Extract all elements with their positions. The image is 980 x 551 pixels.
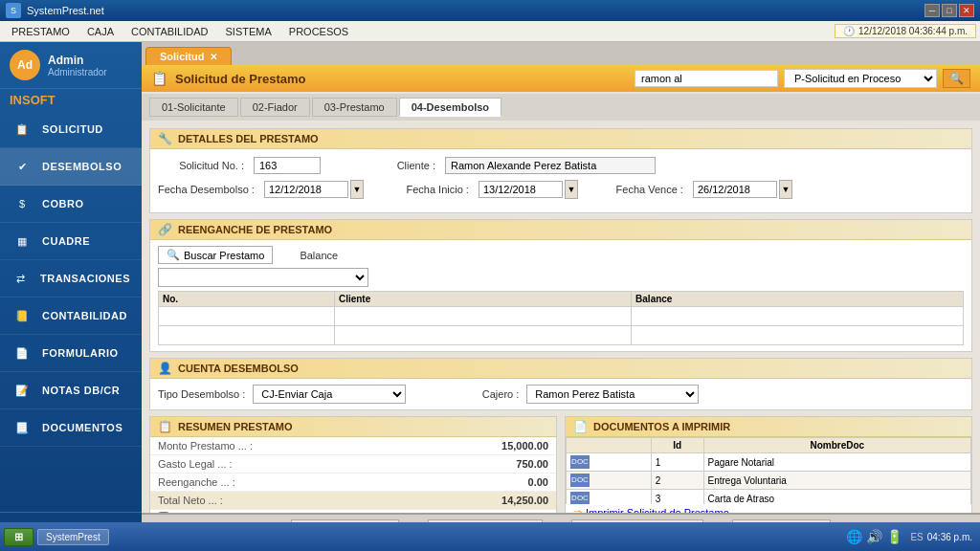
sidebar-item-label: TRANSACIONES xyxy=(40,273,130,284)
menu-prestamo[interactable]: PRESTAMO xyxy=(4,24,78,39)
detalles-icon: 🔧 xyxy=(158,132,172,145)
menu-procesos[interactable]: PROCESOS xyxy=(281,24,356,39)
form-area: 🔧 DETALLES DEL PRESTAMO Solicitud No. : … xyxy=(142,121,980,513)
fecha-vence-label: Fecha Vence : xyxy=(597,184,683,195)
sidebar-item-cobro[interactable]: $ COBRO xyxy=(0,186,142,223)
buscar-label: Buscar Prestamo xyxy=(184,250,264,261)
cliente-label: Cliente : xyxy=(349,160,435,171)
fecha-inicio-dropdown[interactable]: ▼ xyxy=(565,180,578,199)
taskbar-icon-2[interactable]: 🔊 xyxy=(866,529,882,544)
documentos-title-bar: 📄 DOCUMENTOS A IMPRIMIR xyxy=(566,417,971,437)
buscar-prestamo-button[interactable]: 🔍 Buscar Prestamo xyxy=(158,246,273,264)
sidebar: Ad Admin Administrador INSOFT 📋 SOLICITU… xyxy=(0,42,142,551)
cuenta-title-bar: 👤 CUENTA DESEMBOLSO xyxy=(150,359,971,379)
taskbar-icon-3[interactable]: 🔋 xyxy=(886,529,902,544)
doc-id-1: 1 xyxy=(651,453,703,472)
tab-prestamo[interactable]: 03-Prestamo xyxy=(312,98,397,117)
solicitud-label: Solicitud No. : xyxy=(158,160,244,171)
doc-icon-2: DOC xyxy=(570,474,590,487)
transaciones-icon: ⇄ xyxy=(11,268,31,289)
avatar: Ad xyxy=(10,50,40,80)
sidebar-item-transaciones[interactable]: ⇄ TRANSACIONES xyxy=(0,260,142,298)
sidebar-item-contabilidad[interactable]: 📒 CONTABILIDAD xyxy=(0,298,142,335)
cuadre-icon: ▦ xyxy=(11,231,33,252)
table-row: DOC 3 Carta de Atraso xyxy=(567,490,971,505)
resumen-row-monto: Monto Prestamo ... : 15,000.00 xyxy=(150,437,556,455)
start-button[interactable]: ⊞ xyxy=(4,528,33,546)
resumen-row-reenganche: Reenganche ... : 0.00 xyxy=(150,474,556,492)
sidebar-item-label: CUADRE xyxy=(42,235,90,247)
print-link-solicitud[interactable]: ⇒ Imprimir Solicitud de Prestamo xyxy=(566,504,971,513)
sidebar-header: Ad Admin Administrador xyxy=(0,42,142,89)
sidebar-item-formulario[interactable]: 📄 FORMULARIO xyxy=(0,335,142,372)
title-bar: S SystemPrest.net ─ □ ✕ xyxy=(0,0,980,21)
doc-nombre-3: Carta de Atraso xyxy=(703,490,970,505)
panel-search: P-Solicitud en Proceso 🔍 xyxy=(635,69,970,88)
search-icon: 🔍 xyxy=(167,249,180,261)
menu-caja[interactable]: CAJA xyxy=(79,24,122,39)
tab-solicitante[interactable]: 01-Solicitante xyxy=(149,98,238,117)
sidebar-item-label: NOTAS DB/CR xyxy=(42,385,120,396)
documentos-icon: 📃 xyxy=(11,417,33,438)
sidebar-item-notas[interactable]: 📝 NOTAS DB/CR xyxy=(0,372,142,409)
sidebar-nav: 📋 SOLICITUD ✔ DESEMBOLSO $ COBRO ▦ CUADR… xyxy=(0,111,142,512)
reenganche-dropdown-row xyxy=(158,268,964,287)
sidebar-item-documentos[interactable]: 📃 DOCUMENTOS xyxy=(0,409,142,447)
cajero-select[interactable]: Ramon Perez Batista xyxy=(526,385,699,404)
clock-icon: 🕐 xyxy=(843,26,855,36)
reenganche-body: 🔍 Buscar Prestamo Balance No. xyxy=(150,240,971,351)
fecha-vence-select: ▼ xyxy=(693,180,792,199)
app-icon: S xyxy=(6,3,21,18)
minimize-button[interactable]: ─ xyxy=(924,4,940,17)
close-button[interactable]: ✕ xyxy=(959,4,974,17)
tab-fiador[interactable]: 02-Fiador xyxy=(240,98,310,117)
fecha-inicio-select: ▼ xyxy=(479,180,578,199)
doc-icon-1: DOC xyxy=(570,455,590,469)
solicitud-icon: 📋 xyxy=(11,119,33,140)
fecha-inicio-label: Fecha Inicio : xyxy=(383,184,469,195)
sidebar-item-cuadre[interactable]: ▦ CUADRE xyxy=(0,223,142,260)
resumen-rows: Monto Prestamo ... : 15,000.00 Gasto Leg… xyxy=(150,437,556,510)
title-bar-controls: ─ □ ✕ xyxy=(924,4,974,17)
fecha-vence-input[interactable] xyxy=(693,181,777,198)
detalles-title-bar: 🔧 DETALLES DEL PRESTAMO xyxy=(150,129,971,149)
reenganche-icon: 🔗 xyxy=(158,223,172,236)
cuenta-icon: 👤 xyxy=(158,362,172,375)
panel-search-input[interactable] xyxy=(635,70,778,87)
doc-col-nombre: NombreDoc xyxy=(703,438,970,453)
maximize-button[interactable]: □ xyxy=(942,4,957,17)
monto-label: Monto Prestamo ... : xyxy=(158,440,253,452)
content-tab-solicitud[interactable]: Solicitud ✕ xyxy=(145,47,232,65)
sidebar-item-solicitud[interactable]: 📋 SOLICITUD xyxy=(0,111,142,148)
tab-close-icon[interactable]: ✕ xyxy=(210,52,217,62)
documentos-title: DOCUMENTOS A IMPRIMIR xyxy=(593,421,730,432)
panel-doc-icon: 📋 xyxy=(151,71,167,86)
taskbar-icon-1[interactable]: 🌐 xyxy=(846,529,862,544)
fecha-inicio-input[interactable] xyxy=(479,181,563,198)
menu-sistema[interactable]: SISTEMA xyxy=(218,24,279,39)
tab-desembolso[interactable]: 04-Desembolso xyxy=(399,98,501,117)
panel-status-select[interactable]: P-Solicitud en Proceso xyxy=(784,69,937,88)
doc-nombre-1: Pagare Notarial xyxy=(703,453,970,472)
tipo-desembolso-select[interactable]: CJ-Enviar Caja xyxy=(253,385,406,404)
resumen-icon: 📋 xyxy=(158,420,172,433)
brand-label: INSOFT xyxy=(0,89,142,111)
fecha-row: Fecha Desembolso : ▼ Fecha Inicio : ▼ Fe… xyxy=(158,180,964,199)
doc-table-container: Id NombreDoc DOC 1 Pagare Notarial xyxy=(566,437,971,504)
taskbar-item-app[interactable]: SystemPrest xyxy=(37,529,109,545)
panel-search-button[interactable]: 🔍 xyxy=(943,69,970,88)
detalles-section: 🔧 DETALLES DEL PRESTAMO Solicitud No. : … xyxy=(149,128,972,213)
sidebar-item-desembolso[interactable]: ✔ DESEMBOLSO xyxy=(0,148,142,186)
cliente-input xyxy=(445,157,656,174)
documentos-section: 📄 DOCUMENTOS A IMPRIMIR Id NombreDoc xyxy=(565,416,972,513)
fecha-desembolso-dropdown[interactable]: ▼ xyxy=(350,180,364,199)
reenganche-dropdown[interactable] xyxy=(158,268,368,287)
solicitud-input[interactable] xyxy=(254,157,321,174)
documentos-col: 📄 DOCUMENTOS A IMPRIMIR Id NombreDoc xyxy=(565,416,972,513)
menu-contabilidad[interactable]: CONTABILIDAD xyxy=(123,24,215,39)
fecha-vence-dropdown[interactable]: ▼ xyxy=(779,180,792,199)
table-row xyxy=(159,307,964,326)
fecha-desembolso-input[interactable] xyxy=(264,181,348,198)
reenganche-table: No. Cliente Balance xyxy=(158,291,964,345)
detalles-body: Solicitud No. : Cliente : Fecha Desembol… xyxy=(150,149,971,212)
